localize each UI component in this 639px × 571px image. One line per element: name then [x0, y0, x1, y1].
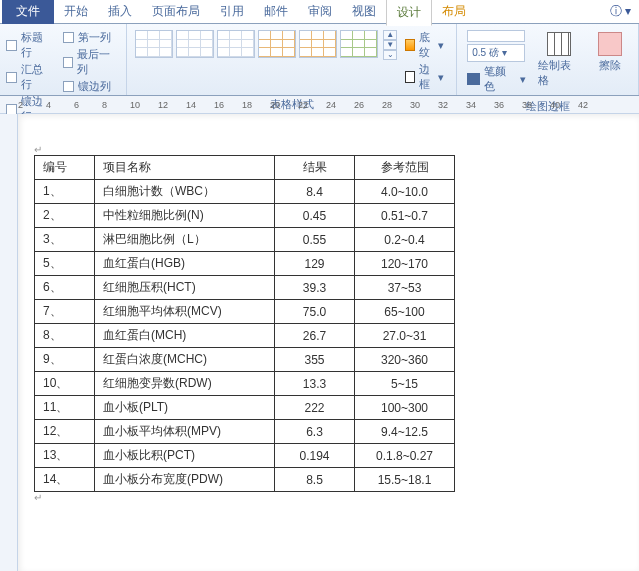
cell-range[interactable]: 120~170: [355, 252, 455, 276]
cell-num[interactable]: 8、: [35, 324, 95, 348]
cell-num[interactable]: 5、: [35, 252, 95, 276]
erase-button[interactable]: 擦除: [592, 30, 628, 94]
style-more-icon[interactable]: ⌄: [383, 50, 397, 60]
cell-result[interactable]: 355: [275, 348, 355, 372]
cell-name[interactable]: 血小板分布宽度(PDW): [95, 468, 275, 492]
cell-range[interactable]: 100~300: [355, 396, 455, 420]
line-style-select[interactable]: [467, 30, 525, 42]
cell-range[interactable]: 9.4~12.5: [355, 420, 455, 444]
cell-result[interactable]: 129: [275, 252, 355, 276]
header-range[interactable]: 参考范围: [355, 156, 455, 180]
cell-result[interactable]: 6.3: [275, 420, 355, 444]
cell-num[interactable]: 1、: [35, 180, 95, 204]
cell-result[interactable]: 8.5: [275, 468, 355, 492]
style-thumb[interactable]: [135, 30, 173, 58]
tab-page-layout[interactable]: 页面布局: [142, 0, 210, 24]
cell-num[interactable]: 2、: [35, 204, 95, 228]
style-down-icon[interactable]: ▼: [383, 40, 397, 50]
cell-result[interactable]: 0.194: [275, 444, 355, 468]
help-icon[interactable]: ⓘ ▾: [610, 3, 631, 20]
line-weight-select[interactable]: 0.5 磅 ▾: [467, 44, 525, 62]
cell-range[interactable]: 65~100: [355, 300, 455, 324]
header-result[interactable]: 结果: [275, 156, 355, 180]
style-nav: ▲ ▼ ⌄: [383, 30, 397, 60]
cell-name[interactable]: 血小板平均体积(MPV): [95, 420, 275, 444]
cell-range[interactable]: 27.0~31: [355, 324, 455, 348]
cell-name[interactable]: 白细胞计数（WBC）: [95, 180, 275, 204]
cell-range[interactable]: 0.51~0.7: [355, 204, 455, 228]
style-thumb[interactable]: [340, 30, 378, 58]
style-thumb[interactable]: [258, 30, 296, 58]
cell-num[interactable]: 9、: [35, 348, 95, 372]
cell-num[interactable]: 14、: [35, 468, 95, 492]
table-row: 14、血小板分布宽度(PDW)8.515.5~18.1: [35, 468, 455, 492]
cell-result[interactable]: 0.45: [275, 204, 355, 228]
tab-file[interactable]: 文件: [2, 0, 54, 24]
opt-first-col[interactable]: 第一列: [63, 30, 120, 45]
tab-table-layout[interactable]: 布局: [432, 0, 476, 24]
table-row: 7、红细胞平均体积(MCV)75.065~100: [35, 300, 455, 324]
cell-result[interactable]: 8.4: [275, 180, 355, 204]
cell-num[interactable]: 7、: [35, 300, 95, 324]
cell-name[interactable]: 血红蛋白(MCH): [95, 324, 275, 348]
tab-mail[interactable]: 邮件: [254, 0, 298, 24]
draw-table-icon: [547, 32, 571, 56]
tab-view[interactable]: 视图: [342, 0, 386, 24]
table-row: 5、血红蛋白(HGB)129120~170: [35, 252, 455, 276]
document-page: ↵ 编号 项目名称 结果 参考范围 1、白细胞计数（WBC）8.44.0~10.…: [18, 114, 639, 571]
cell-num[interactable]: 6、: [35, 276, 95, 300]
cell-result[interactable]: 222: [275, 396, 355, 420]
ribbon-body: 标题行 汇总行 镶边行 第一列 最后一列 镶边列 表格样式选项 ▲: [0, 24, 639, 96]
cell-range[interactable]: 37~53: [355, 276, 455, 300]
cell-num[interactable]: 10、: [35, 372, 95, 396]
cell-name[interactable]: 中性粒细胞比例(N): [95, 204, 275, 228]
cell-name[interactable]: 红细胞平均体积(MCV): [95, 300, 275, 324]
cell-name[interactable]: 血小板比积(PCT): [95, 444, 275, 468]
cell-result[interactable]: 26.7: [275, 324, 355, 348]
opt-last-col[interactable]: 最后一列: [63, 47, 120, 77]
table-row: 10、红细胞变异数(RDW)13.35~15: [35, 372, 455, 396]
cell-result[interactable]: 39.3: [275, 276, 355, 300]
shading-button[interactable]: 底纹 ▾: [405, 30, 444, 60]
tab-design[interactable]: 设计: [386, 0, 432, 26]
header-name[interactable]: 项目名称: [95, 156, 275, 180]
cell-name[interactable]: 红蛋白浓度(MCHC): [95, 348, 275, 372]
header-num[interactable]: 编号: [35, 156, 95, 180]
cell-result[interactable]: 75.0: [275, 300, 355, 324]
opt-banded-col[interactable]: 镶边列: [63, 79, 120, 94]
tab-start[interactable]: 开始: [54, 0, 98, 24]
cell-name[interactable]: 淋巴细胞比例（L）: [95, 228, 275, 252]
cell-name[interactable]: 红细胞变异数(RDW): [95, 372, 275, 396]
style-thumb[interactable]: [217, 30, 255, 58]
border-button[interactable]: 边框 ▾: [405, 62, 444, 92]
table-header-row: 编号 项目名称 结果 参考范围: [35, 156, 455, 180]
cell-num[interactable]: 13、: [35, 444, 95, 468]
cell-range[interactable]: 0.1.8~0.27: [355, 444, 455, 468]
cell-range[interactable]: 0.2~0.4: [355, 228, 455, 252]
cell-num[interactable]: 12、: [35, 420, 95, 444]
cell-range[interactable]: 4.0~10.0: [355, 180, 455, 204]
cell-result[interactable]: 0.55: [275, 228, 355, 252]
style-up-icon[interactable]: ▲: [383, 30, 397, 40]
tab-review[interactable]: 审阅: [298, 0, 342, 24]
cell-name[interactable]: 红细胞压积(HCT): [95, 276, 275, 300]
cell-name[interactable]: 血小板(PLT): [95, 396, 275, 420]
style-thumb[interactable]: [176, 30, 214, 58]
cell-range[interactable]: 15.5~18.1: [355, 468, 455, 492]
ruler-vertical[interactable]: [0, 114, 18, 571]
style-thumb[interactable]: [299, 30, 337, 58]
cell-num[interactable]: 11、: [35, 396, 95, 420]
cell-range[interactable]: 320~360: [355, 348, 455, 372]
opt-total-row[interactable]: 汇总行: [6, 62, 53, 92]
table-row: 1、白细胞计数（WBC）8.44.0~10.0: [35, 180, 455, 204]
opt-header-row[interactable]: 标题行: [6, 30, 53, 60]
tab-references[interactable]: 引用: [210, 0, 254, 24]
cell-name[interactable]: 血红蛋白(HGB): [95, 252, 275, 276]
cell-range[interactable]: 5~15: [355, 372, 455, 396]
cell-result[interactable]: 13.3: [275, 372, 355, 396]
cell-num[interactable]: 3、: [35, 228, 95, 252]
pen-color-button[interactable]: 笔颜色 ▾: [467, 64, 526, 94]
draw-table-button[interactable]: 绘制表格: [532, 30, 586, 94]
table-row: 2、中性粒细胞比例(N)0.450.51~0.7: [35, 204, 455, 228]
tab-insert[interactable]: 插入: [98, 0, 142, 24]
